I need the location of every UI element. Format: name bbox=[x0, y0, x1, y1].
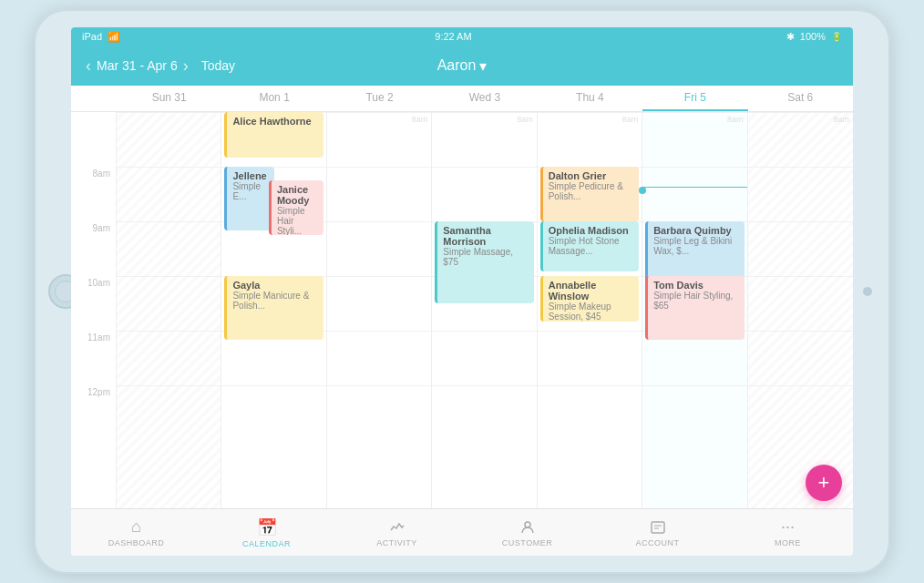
app-header: ‹ Mar 31 - Apr 6 › Today Aaron ▾ bbox=[71, 46, 853, 86]
calendar-container: Sun 31 Mon 1 Tue 2 Wed 3 Thu 4 Fri 5 Sat… bbox=[71, 86, 853, 508]
prev-icon[interactable]: ‹ bbox=[86, 56, 91, 76]
event-name-alice: Alice Hawthorne bbox=[232, 116, 317, 127]
event-detail-annabelle: Simple Makeup Session, $45 bbox=[549, 302, 633, 322]
screen: iPad 📶 9:22 AM ✱ 100% 🔋 ‹ Mar 31 - Apr 6… bbox=[71, 27, 853, 556]
ipad-frame: iPad 📶 9:22 AM ✱ 100% 🔋 ‹ Mar 31 - Apr 6… bbox=[34, 9, 890, 574]
event-name-barbara: Barbara Quimby bbox=[653, 225, 738, 236]
nav-more[interactable]: ··· MORE bbox=[723, 517, 853, 547]
today-button[interactable]: Today bbox=[201, 58, 235, 73]
event-tom[interactable]: Tom DavisSimple Hair Styling, $65 bbox=[645, 276, 744, 340]
more-label: MORE bbox=[775, 538, 801, 547]
event-detail-gayla: Simple Manicure & Polish... bbox=[232, 291, 317, 311]
dashboard-label: DASHBOARD bbox=[108, 538, 165, 547]
time-12pm: 12pm bbox=[71, 385, 116, 440]
svg-point-0 bbox=[525, 522, 530, 527]
battery-icon: 🔋 bbox=[831, 32, 842, 42]
event-detail-tom: Simple Hair Styling, $65 bbox=[653, 291, 738, 311]
day-header-sat: Sat 6 bbox=[748, 86, 853, 111]
dropdown-icon[interactable]: ▾ bbox=[479, 57, 487, 75]
account-label: ACCOUNT bbox=[636, 538, 680, 547]
day-header-wed: Wed 3 bbox=[432, 86, 537, 111]
header-title[interactable]: Aaron ▾ bbox=[437, 57, 488, 75]
date-range: Mar 31 - Apr 6 bbox=[97, 58, 178, 73]
day-header-mon: Mon 1 bbox=[221, 86, 326, 111]
event-name-annabelle: Annabelle Winslow bbox=[549, 280, 633, 302]
grid-area: 8am Alice HawthorneJelleneSimple E...Jan… bbox=[117, 112, 853, 508]
event-name-tom: Tom Davis bbox=[653, 280, 738, 291]
time-10am: 10am bbox=[71, 276, 116, 331]
event-dalton[interactable]: Dalton GrierSimple Pedicure & Polish... bbox=[540, 167, 639, 221]
event-name-jellene: Jellene bbox=[232, 170, 268, 181]
day-col-mon[interactable]: 8am Alice HawthorneJelleneSimple E...Jan… bbox=[221, 112, 326, 508]
activity-icon bbox=[389, 517, 406, 537]
day-col-sat[interactable]: 8am bbox=[748, 112, 853, 508]
status-time: 9:22 AM bbox=[435, 31, 471, 42]
bottom-nav: ⌂ DASHBOARD 📅 CALENDAR ACTIVITY bbox=[71, 508, 853, 556]
nav-account[interactable]: ACCOUNT bbox=[592, 517, 723, 547]
event-name-samantha: Samantha Morrison bbox=[443, 225, 528, 247]
day-headers: Sun 31 Mon 1 Tue 2 Wed 3 Thu 4 Fri 5 Sat… bbox=[71, 86, 853, 112]
event-janice[interactable]: Janice MoodySimple Hair Styli... bbox=[269, 180, 323, 235]
day-header-sun: Sun 31 bbox=[117, 86, 221, 111]
event-alice[interactable]: Alice Hawthorne bbox=[224, 112, 323, 158]
svg-rect-1 bbox=[652, 522, 664, 533]
header-nav[interactable]: ‹ Mar 31 - Apr 6 › Today bbox=[86, 56, 235, 76]
event-jellene[interactable]: JelleneSimple E... bbox=[224, 167, 273, 230]
battery-label: 100% bbox=[800, 31, 826, 42]
event-detail-dalton: Simple Pedicure & Polish... bbox=[549, 181, 633, 201]
time-9am: 9am bbox=[71, 221, 116, 276]
event-detail-samantha: Simple Massage, $75 bbox=[443, 247, 528, 267]
event-detail-jellene: Simple E... bbox=[232, 181, 268, 201]
add-button[interactable]: + bbox=[806, 465, 842, 501]
event-name-gayla: Gayla bbox=[232, 280, 317, 291]
event-name-ophelia: Ophelia Madison bbox=[549, 225, 633, 236]
activity-label: ACTIVITY bbox=[376, 538, 417, 547]
day-header-tue: Tue 2 bbox=[327, 86, 432, 111]
calendar-icon: 📅 bbox=[257, 517, 277, 537]
time-11am: 11am bbox=[71, 331, 116, 385]
wifi-icon: 📶 bbox=[108, 31, 120, 43]
event-name-janice: Janice Moody bbox=[277, 184, 318, 206]
event-gayla[interactable]: GaylaSimple Manicure & Polish... bbox=[224, 276, 323, 340]
day-col-thu[interactable]: 8am Dalton GrierSimple Pedicure & Polish… bbox=[538, 112, 642, 508]
calendar-body: 8am 9am 10am 11am 12pm bbox=[71, 112, 853, 508]
day-col-tue[interactable]: 8am bbox=[327, 112, 432, 508]
next-icon[interactable]: › bbox=[183, 56, 189, 76]
event-detail-ophelia: Simple Hot Stone Massage... bbox=[549, 236, 633, 256]
calendar-label: CALENDAR bbox=[242, 539, 291, 548]
event-samantha[interactable]: Samantha MorrisonSimple Massage, $75 bbox=[435, 221, 533, 303]
device-label: iPad bbox=[82, 31, 102, 42]
account-icon bbox=[650, 517, 666, 537]
event-ophelia[interactable]: Ophelia MadisonSimple Hot Stone Massage.… bbox=[540, 221, 639, 271]
day-header-fri: Fri 5 bbox=[642, 86, 747, 111]
event-detail-barbara: Simple Leg & Bikini Wax, $... bbox=[653, 236, 738, 256]
user-name: Aaron bbox=[437, 57, 477, 74]
day-col-wed[interactable]: 8am Samantha MorrisonSimple Massage, $75 bbox=[432, 112, 537, 508]
nav-customer[interactable]: CUSTOMER bbox=[462, 517, 592, 547]
event-detail-janice: Simple Hair Styli... bbox=[277, 206, 318, 235]
nav-dashboard[interactable]: ⌂ DASHBOARD bbox=[71, 517, 201, 547]
dashboard-icon: ⌂ bbox=[131, 517, 141, 537]
nav-activity[interactable]: ACTIVITY bbox=[332, 517, 462, 547]
time-column: 8am 9am 10am 11am 12pm bbox=[71, 112, 117, 508]
nav-calendar[interactable]: 📅 CALENDAR bbox=[201, 517, 332, 548]
status-bar: iPad 📶 9:22 AM ✱ 100% 🔋 bbox=[71, 27, 853, 46]
bluetooth-icon: ✱ bbox=[786, 31, 795, 43]
customer-label: CUSTOMER bbox=[502, 538, 552, 547]
time-header-spacer bbox=[71, 86, 117, 111]
event-annabelle[interactable]: Annabelle WinslowSimple Makeup Session, … bbox=[540, 276, 639, 322]
more-icon: ··· bbox=[781, 517, 795, 537]
day-header-thu: Thu 4 bbox=[538, 86, 642, 111]
camera-dot bbox=[863, 287, 872, 296]
day-col-sun[interactable] bbox=[117, 112, 221, 508]
event-name-dalton: Dalton Grier bbox=[549, 170, 633, 181]
day-col-fri[interactable]: 8am Barbara QuimbySimple Leg & Bikini Wa… bbox=[642, 112, 747, 508]
time-8am: 8am bbox=[71, 167, 116, 221]
customer-icon bbox=[519, 517, 536, 537]
